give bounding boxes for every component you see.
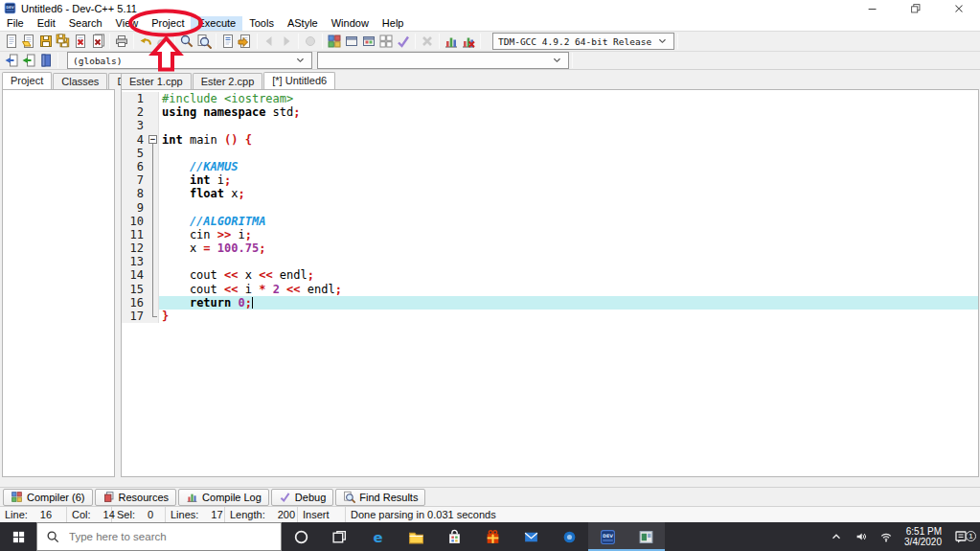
- tray-speaker-button[interactable]: [849, 530, 874, 543]
- code-line-15[interactable]: 15 cout << i * 2 << endl;: [122, 283, 978, 296]
- code-line-16[interactable]: 16 return 0;: [122, 296, 978, 310]
- line-number[interactable]: 6: [122, 160, 147, 173]
- profile-button[interactable]: [443, 33, 460, 50]
- code-text[interactable]: [159, 255, 978, 268]
- code-text[interactable]: cout << i * 2 << endl;: [159, 283, 978, 296]
- report-tab-find-results[interactable]: Find Results: [335, 489, 425, 506]
- run-button[interactable]: [343, 33, 360, 50]
- code-line-11[interactable]: 11 cin >> i;: [122, 228, 978, 241]
- line-number[interactable]: 13: [122, 255, 147, 268]
- code-line-14[interactable]: 14 cout << x << endl;: [122, 268, 978, 282]
- taskbar-cortana-button[interactable]: [282, 522, 320, 551]
- line-number[interactable]: 7: [122, 173, 147, 187]
- project-browser-panel[interactable]: [2, 89, 115, 477]
- code-text[interactable]: cout << x << endl;: [159, 268, 978, 282]
- action-center-button[interactable]: 1: [947, 529, 980, 544]
- code-line-6[interactable]: 6 //KAMUS: [122, 160, 978, 173]
- taskbar-mail-button[interactable]: [512, 522, 550, 551]
- line-number[interactable]: 5: [122, 147, 147, 160]
- taskbar-task-view-button[interactable]: [320, 522, 358, 551]
- taskbar-file-explorer-button[interactable]: [397, 522, 435, 551]
- members-select[interactable]: [317, 52, 569, 69]
- code-text[interactable]: cin >> i;: [159, 228, 978, 241]
- code-line-17[interactable]: 17}: [122, 310, 978, 323]
- close-button[interactable]: [937, 0, 980, 16]
- code-line-10[interactable]: 10 //ALGORITMA: [122, 215, 978, 228]
- taskbar-gift-button[interactable]: [473, 522, 512, 551]
- taskbar-devcpp-button[interactable]: DEV: [588, 522, 627, 551]
- code-text[interactable]: float x;: [159, 187, 978, 200]
- code-line-12[interactable]: 12 x = 100.75;: [122, 241, 978, 255]
- code-line-2[interactable]: 2using namespace std;: [122, 105, 978, 119]
- code-line-3[interactable]: 3: [122, 119, 978, 132]
- code-line-9[interactable]: 9: [122, 201, 978, 215]
- compiler-select[interactable]: TDM-GCC 4.9.2 64-bit Release: [492, 33, 674, 50]
- code-text[interactable]: #include <iostream>: [159, 92, 978, 105]
- code-text[interactable]: x = 100.75;: [159, 241, 978, 255]
- code-editor[interactable]: 1#include <iostream>2using namespace std…: [121, 89, 979, 477]
- code-line-1[interactable]: 1#include <iostream>: [122, 92, 978, 105]
- sidebar-tab-classes[interactable]: Classes: [53, 73, 107, 89]
- save-all-button[interactable]: [55, 33, 72, 50]
- globals-select[interactable]: (globals): [67, 52, 312, 69]
- code-line-8[interactable]: 8 float x;: [122, 187, 978, 200]
- taskbar-store-button[interactable]: [435, 522, 473, 551]
- taskbar-disc-app-button[interactable]: [550, 522, 588, 551]
- project-new-file-button[interactable]: [3, 52, 20, 69]
- taskbar-edge-button[interactable]: e: [358, 522, 397, 551]
- line-number[interactable]: 4: [122, 133, 147, 147]
- line-number[interactable]: 1: [122, 92, 147, 105]
- code-text[interactable]: int i;: [159, 173, 978, 187]
- line-number[interactable]: 11: [122, 228, 147, 241]
- line-number[interactable]: 10: [122, 215, 147, 228]
- menu-search[interactable]: Search: [62, 16, 109, 31]
- code-text[interactable]: }: [159, 310, 978, 323]
- compile-button[interactable]: [326, 33, 343, 50]
- taskbar-search[interactable]: [36, 522, 282, 551]
- start-button[interactable]: [0, 522, 36, 551]
- line-number[interactable]: 8: [122, 187, 147, 200]
- save-button[interactable]: [37, 33, 55, 50]
- menu-help[interactable]: Help: [376, 16, 411, 31]
- code-text[interactable]: int main () {: [159, 133, 978, 147]
- taskbar-app-window-button[interactable]: [627, 522, 665, 551]
- line-number[interactable]: 9: [122, 201, 147, 215]
- report-tab-compiler-6[interactable]: Compiler (6): [3, 489, 93, 506]
- code-text[interactable]: return 0;: [159, 296, 978, 310]
- menu-view[interactable]: View: [109, 16, 146, 31]
- syntax-check-button[interactable]: [395, 33, 412, 50]
- find-in-files-button[interactable]: [195, 33, 213, 50]
- delete-profiling-button[interactable]: [460, 33, 477, 50]
- code-line-5[interactable]: 5: [122, 147, 978, 160]
- undo-button[interactable]: [137, 33, 154, 50]
- menu-file[interactable]: File: [0, 16, 31, 31]
- replace-button[interactable]: [219, 33, 237, 50]
- report-tab-compile-log[interactable]: Compile Log: [178, 489, 269, 506]
- code-text[interactable]: using namespace std;: [159, 105, 978, 119]
- line-number[interactable]: 12: [122, 241, 147, 255]
- taskbar-clock[interactable]: 6:51 PM 3/4/2020: [899, 526, 947, 547]
- code-line-13[interactable]: 13: [122, 255, 978, 268]
- open-file-button[interactable]: [20, 33, 37, 50]
- minimize-button[interactable]: [851, 0, 894, 16]
- menu-window[interactable]: Window: [325, 16, 376, 31]
- goto-line-button[interactable]: [237, 33, 254, 50]
- tray-chevron-up-button[interactable]: [824, 530, 849, 543]
- line-number[interactable]: 14: [122, 268, 147, 282]
- line-number[interactable]: 2: [122, 105, 147, 119]
- code-line-4[interactable]: 4−int main () {: [122, 133, 978, 147]
- menu-execute[interactable]: Execute: [191, 16, 242, 31]
- editor-tab-ester-1-cpp[interactable]: Ester 1.cpp: [121, 73, 192, 89]
- report-tab-resources[interactable]: Resources: [95, 489, 177, 506]
- line-number[interactable]: 15: [122, 283, 147, 296]
- close-all-button[interactable]: [89, 33, 106, 50]
- tray-wifi-button[interactable]: [874, 530, 899, 543]
- taskbar-search-input[interactable]: [69, 531, 251, 542]
- line-number[interactable]: 3: [122, 119, 147, 132]
- find-button[interactable]: [178, 33, 195, 50]
- menu-edit[interactable]: Edit: [31, 16, 62, 31]
- close-file-button[interactable]: [72, 33, 89, 50]
- editor-tab-ester-2-cpp[interactable]: Ester 2.cpp: [193, 73, 263, 89]
- rebuild-button[interactable]: [377, 33, 395, 50]
- code-text[interactable]: //ALGORITMA: [159, 215, 978, 228]
